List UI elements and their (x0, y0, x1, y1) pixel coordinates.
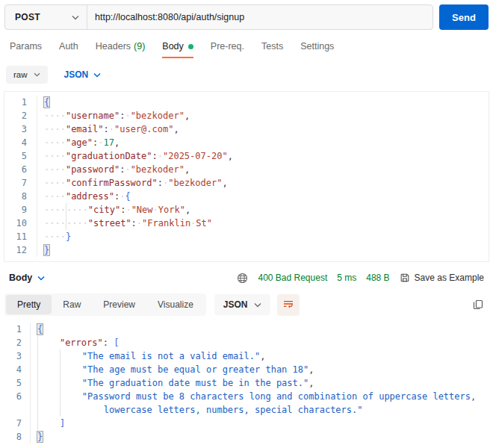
body-type-dropdown[interactable]: raw (6, 66, 48, 84)
tab-label: Params (10, 41, 42, 52)
code-token: ] (60, 418, 65, 429)
response-tab-raw[interactable]: Raw (52, 295, 92, 314)
code-token: · (109, 124, 114, 134)
tab-tests[interactable]: Tests (261, 41, 283, 58)
tab-body[interactable]: Body (162, 41, 193, 58)
code-token: : (152, 151, 158, 161)
code-token: } (66, 231, 71, 242)
request-code-line[interactable]: 4····"age":·17, (4, 136, 489, 149)
code-token: · (125, 164, 130, 175)
code-token: : (103, 124, 108, 134)
response-format-dropdown[interactable]: JSON (214, 294, 270, 315)
response-tab-preview[interactable]: Preview (92, 295, 146, 314)
wrap-lines-button[interactable] (277, 294, 300, 316)
code-token: York" (158, 205, 185, 215)
code-token: · (158, 151, 163, 161)
code-token: ···· (44, 151, 66, 161)
line-number: 4 (4, 363, 31, 376)
line-number: 4 (4, 136, 37, 149)
method-dropdown[interactable]: POST (5, 5, 87, 29)
response-tab-visualize[interactable]: Visualize (146, 295, 205, 314)
response-code-line: lowercase letters, numbers, special char… (4, 403, 493, 417)
code-line-content: ····} (37, 230, 71, 243)
request-code-line[interactable]: 11····} (4, 230, 489, 243)
line-number: 6 (4, 163, 37, 176)
code-token: ···· (66, 218, 88, 228)
copy-icon (472, 299, 484, 311)
status-badge[interactable]: 400 Bad Request (258, 273, 327, 283)
copy-response-button[interactable] (472, 299, 484, 311)
chevron-down-icon (254, 302, 261, 308)
response-code-line: 7 ] (4, 417, 493, 430)
app: { "colors": { "accent_orange": "#ff6c37"… (0, 0, 493, 448)
network-globe-icon[interactable] (237, 273, 248, 284)
code-token: "age" (66, 137, 93, 148)
code-token (61, 378, 82, 388)
code-line-content: "The age must be equal or greater than 1… (31, 363, 314, 376)
request-code-line[interactable]: 6····"password":·"bezkoder", (4, 163, 489, 176)
body-type-label: raw (13, 70, 28, 79)
code-line-content: ····"username":·"bezkoder", (37, 109, 190, 122)
tab-settings[interactable]: Settings (300, 41, 334, 58)
code-token: ···· (44, 205, 66, 215)
tab-auth[interactable]: Auth (59, 41, 78, 58)
code-token: "2025-07-20" (163, 151, 228, 161)
tab-pre-req-[interactable]: Pre-req. (211, 41, 244, 58)
code-token: ···· (66, 205, 88, 215)
tab-headers[interactable]: Headers(9) (96, 41, 146, 58)
send-button[interactable]: Send (439, 4, 489, 30)
tab-label: Body (162, 41, 184, 52)
body-format-label: JSON (64, 69, 89, 80)
request-code-line[interactable]: 3····"email":·"user@.com", (4, 122, 489, 136)
request-code-line[interactable]: 1{ (4, 96, 489, 109)
save-as-example-button[interactable]: Save as Example (400, 273, 484, 283)
code-line-content: ····"graduationDate":·"2025-07-20", (37, 149, 233, 163)
line-number: 12 (4, 243, 37, 257)
code-token (38, 418, 60, 429)
code-token: : (158, 178, 163, 188)
code-token: "The email is not a valid email." (82, 351, 260, 361)
code-line-content: "The graduation date must be in the past… (31, 376, 314, 390)
request-body-editor[interactable]: 1{2····"username":·"bezkoder",3····"emai… (4, 91, 489, 262)
tab-label: Headers (96, 41, 131, 52)
code-line-content: } (31, 430, 43, 444)
request-code-line[interactable]: 5····"graduationDate":·"2025-07-20", (4, 149, 489, 163)
code-token (38, 337, 60, 348)
response-code-line: 1{ (4, 323, 493, 336)
code-token: ···· (44, 111, 66, 121)
line-number: 1 (4, 96, 37, 109)
request-code-line[interactable]: 8····"address":·{ (4, 190, 489, 203)
code-line-content: ····"address":·{ (37, 190, 131, 203)
response-tab-pretty[interactable]: Pretty (6, 295, 52, 314)
url-input[interactable] (87, 5, 432, 29)
code-line-content: } (37, 243, 49, 257)
code-token: } (44, 245, 49, 255)
response-time[interactable]: 5 ms (337, 273, 356, 283)
response-body-viewer: 1{2 "errors": [3 "The email is not a val… (4, 321, 493, 444)
request-code-line[interactable]: 2····"username":·"bezkoder", (4, 109, 489, 122)
code-token (38, 405, 60, 415)
tab-label: Auth (59, 41, 78, 52)
code-token: · (153, 205, 158, 215)
code-token: ···· (44, 231, 66, 242)
save-icon (400, 273, 410, 283)
code-token: "errors" (60, 337, 103, 348)
response-size[interactable]: 488 B (366, 273, 389, 283)
request-code-line[interactable]: 10········"street":·"Franklin·St" (4, 217, 489, 230)
code-token: 17 (104, 137, 114, 148)
request-code-line[interactable]: 9········"city":·"New·York", (4, 203, 489, 217)
tab-params[interactable]: Params (10, 41, 42, 58)
code-line-content: ····"password":·"bezkoder", (37, 163, 190, 176)
code-token: : (131, 218, 137, 228)
response-body-dropdown[interactable]: Body (9, 273, 45, 283)
response-stats: 400 Bad Request 5 ms 488 B Save as Examp… (237, 273, 484, 284)
code-token: { (125, 191, 130, 202)
request-code-line[interactable]: 12} (4, 243, 489, 257)
response-body-label: Body (9, 273, 32, 283)
code-token: St" (196, 218, 212, 228)
request-code-line[interactable]: 7····"confirmPassword":·"bezkoder", (4, 176, 489, 190)
line-number: 5 (4, 149, 37, 163)
response-code-line: 3 "The email is not a valid email.", (4, 349, 493, 363)
body-format-dropdown[interactable]: JSON (64, 69, 102, 80)
code-token: : (103, 337, 108, 348)
